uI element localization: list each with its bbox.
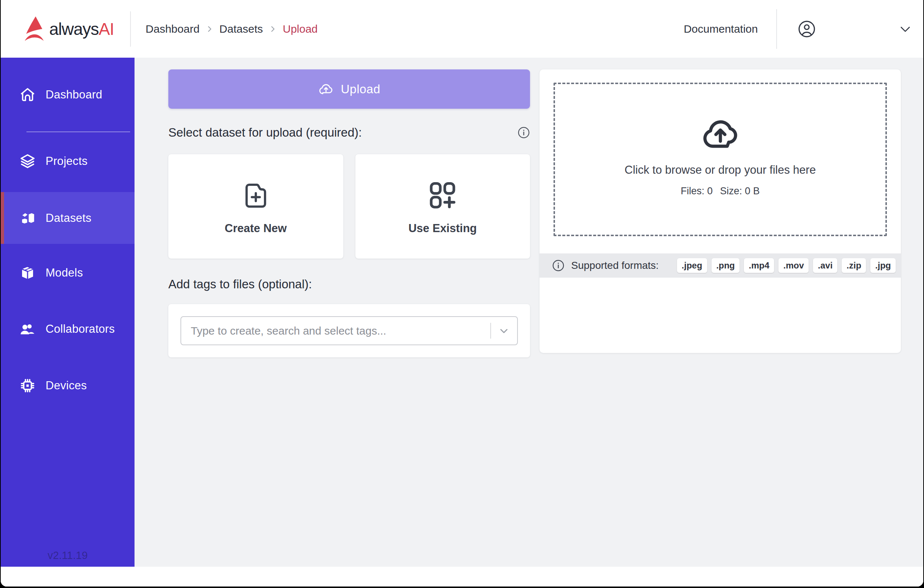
- sidebar-divider: [26, 132, 130, 132]
- add-tags-header: Add tags to files (optional):: [168, 277, 530, 291]
- tags-select: [180, 316, 518, 345]
- info-icon: [552, 259, 564, 272]
- brand-ai: AI: [99, 20, 114, 39]
- sidebar-item-label: Datasets: [46, 212, 92, 225]
- cloud-upload-bold-icon: [699, 114, 742, 150]
- collection-add-icon: [427, 179, 458, 211]
- sidebar-item-label: Models: [46, 266, 83, 280]
- format-badge: .jpeg: [677, 258, 707, 273]
- use-existing-dataset-card[interactable]: Use Existing: [355, 154, 530, 259]
- format-badge: .jpg: [870, 258, 896, 273]
- upload-form-column: Upload Select dataset for upload (requir…: [168, 69, 530, 357]
- user-account-icon[interactable]: [798, 20, 816, 38]
- home-icon: [19, 86, 36, 103]
- info-icon[interactable]: [518, 126, 530, 139]
- breadcrumb-upload-current: Upload: [283, 23, 318, 35]
- header-divider: [776, 9, 777, 49]
- breadcrumb: Dashboard Datasets Upload: [145, 23, 318, 35]
- sidebar-item-devices[interactable]: Devices: [1, 359, 135, 411]
- format-badge: .avi: [813, 258, 837, 273]
- format-badges: .jpeg .png .mp4 .mov .avi .zip .jpg: [677, 258, 896, 273]
- dataset-choice-cards: Create New Use Existing: [168, 154, 530, 259]
- account-menu-chevron-down-icon[interactable]: [898, 22, 912, 36]
- supported-formats-bar: Supported formats: .jpeg .png .mp4 .mov …: [540, 254, 901, 278]
- alwaysai-logo-icon: [23, 14, 47, 44]
- breadcrumb-separator-icon: [205, 25, 214, 33]
- create-new-dataset-card[interactable]: Create New: [168, 154, 343, 259]
- file-upload-card: Click to browse or drop your files here …: [540, 69, 901, 353]
- upload-button[interactable]: Upload: [168, 69, 530, 109]
- tags-dropdown-chevron-icon[interactable]: [497, 324, 510, 338]
- file-upload-column: Click to browse or drop your files here …: [540, 69, 901, 353]
- tags-input-divider: [490, 323, 491, 339]
- documentation-link[interactable]: Documentation: [684, 23, 758, 35]
- breadcrumb-datasets[interactable]: Datasets: [219, 23, 263, 35]
- format-badge: .mov: [779, 258, 808, 273]
- breadcrumb-dashboard[interactable]: Dashboard: [145, 23, 200, 35]
- brand-always: always: [49, 20, 99, 39]
- sidebar-item-datasets[interactable]: Datasets: [1, 192, 135, 244]
- brand-name: alwaysAI: [49, 19, 114, 39]
- cloud-upload-icon: [318, 81, 334, 97]
- file-dropzone[interactable]: Click to browse or drop your files here …: [554, 82, 887, 236]
- folder-plus-icon: [240, 179, 272, 211]
- add-tags-label: Add tags to files (optional):: [168, 277, 312, 291]
- sidebar-item-dashboard[interactable]: Dashboard: [1, 69, 135, 120]
- layers-icon: [19, 153, 36, 170]
- tags-card: [168, 304, 530, 357]
- header-right: Documentation: [684, 9, 912, 49]
- people-icon: [19, 321, 36, 338]
- format-badge: .mp4: [744, 258, 774, 273]
- breadcrumb-separator-icon: [269, 25, 277, 33]
- create-new-label: Create New: [224, 222, 287, 235]
- format-badge: .zip: [842, 258, 866, 273]
- dropzone-meta: Files: 0 Size: 0 B: [681, 186, 760, 197]
- dropzone-title: Click to browse or drop your files here: [624, 163, 815, 177]
- sidebar-item-label: Dashboard: [46, 88, 102, 101]
- dropzone-size: Size: 0 B: [720, 186, 760, 197]
- tags-input[interactable]: [180, 316, 518, 345]
- package-box-icon: [19, 264, 36, 281]
- sidebar-item-collaborators[interactable]: Collaborators: [1, 303, 135, 355]
- upload-button-label: Upload: [341, 82, 380, 96]
- brand-logo[interactable]: alwaysAI: [23, 14, 114, 44]
- sidebar-item-label: Collaborators: [46, 323, 115, 336]
- chip-icon: [19, 377, 36, 394]
- format-badge: .png: [711, 258, 740, 273]
- app-version: v2.11.19: [1, 549, 135, 562]
- sidebar-item-label: Devices: [46, 379, 87, 392]
- select-dataset-header: Select dataset for upload (required):: [168, 125, 530, 140]
- dropzone-files-count: Files: 0: [681, 186, 713, 197]
- main-content: Upload Select dataset for upload (requir…: [135, 58, 923, 567]
- top-header: alwaysAI Dashboard Datasets Upload Docum…: [1, 0, 923, 58]
- app-window: alwaysAI Dashboard Datasets Upload Docum…: [1, 0, 923, 586]
- sidebar-nav: Dashboard Projects Datasets: [1, 58, 135, 567]
- header-divider: [130, 12, 131, 47]
- window-footer: [1, 567, 923, 586]
- select-dataset-label: Select dataset for upload (required):: [168, 125, 362, 140]
- sidebar-item-models[interactable]: Models: [1, 247, 135, 298]
- datasets-cubes-icon: [19, 210, 36, 227]
- use-existing-label: Use Existing: [408, 222, 477, 235]
- content-row: Dashboard Projects Datasets: [1, 58, 923, 567]
- supported-formats-label: Supported formats:: [571, 260, 658, 272]
- sidebar-item-label: Projects: [46, 155, 87, 168]
- sidebar-item-projects[interactable]: Projects: [1, 135, 135, 187]
